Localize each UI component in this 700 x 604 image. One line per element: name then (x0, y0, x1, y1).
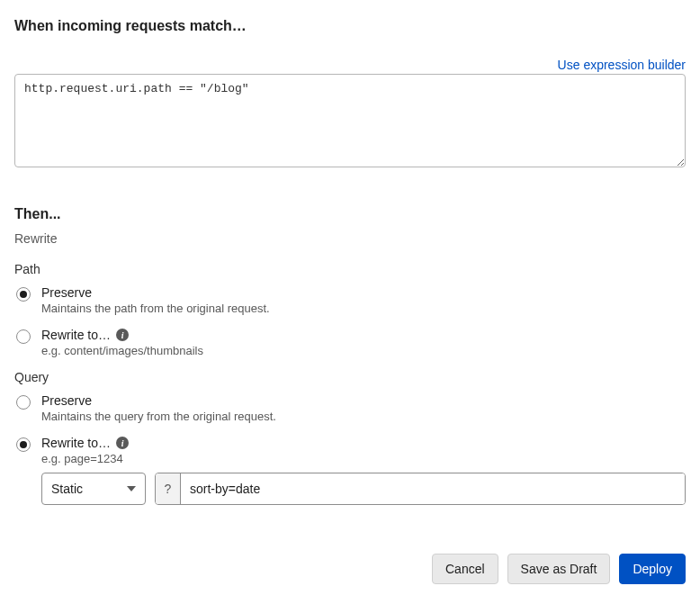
path-preserve-help: Maintains the path from the original req… (41, 302, 270, 315)
query-preserve-label: Preserve (41, 393, 92, 408)
chevron-down-icon (127, 486, 136, 491)
query-prefix-label: ? (156, 473, 181, 504)
query-rewrite-help: e.g. page=1234 (41, 452, 129, 465)
expression-input[interactable] (14, 74, 686, 167)
path-rewrite-label: Rewrite to… (41, 328, 111, 342)
query-rewrite-label: Rewrite to… (41, 436, 111, 450)
path-preserve-label: Preserve (41, 285, 92, 300)
then-title: Then... (14, 206, 686, 222)
save-draft-button[interactable]: Save as Draft (507, 554, 611, 584)
info-icon: i (116, 329, 129, 341)
query-rewrite-radio[interactable] (16, 437, 31, 452)
query-rewrite-mode-value: Static (51, 482, 83, 496)
expression-builder-link[interactable]: Use expression builder (558, 58, 686, 72)
query-preserve-help: Maintains the query from the original re… (41, 410, 276, 423)
path-rewrite-radio[interactable] (16, 329, 31, 344)
path-rewrite-help: e.g. content/images/thumbnails (41, 344, 203, 357)
when-title: When incoming requests match… (14, 18, 686, 34)
query-rewrite-mode-select[interactable]: Static (41, 473, 146, 505)
deploy-button[interactable]: Deploy (619, 554, 686, 584)
action-label: Rewrite (14, 231, 686, 246)
cancel-button[interactable]: Cancel (432, 554, 498, 584)
query-preserve-radio[interactable] (16, 395, 31, 410)
info-icon: i (116, 437, 129, 449)
query-rewrite-value-input[interactable] (181, 473, 685, 504)
path-group-label: Path (14, 262, 686, 276)
query-group-label: Query (14, 370, 686, 384)
path-preserve-radio[interactable] (16, 287, 31, 302)
